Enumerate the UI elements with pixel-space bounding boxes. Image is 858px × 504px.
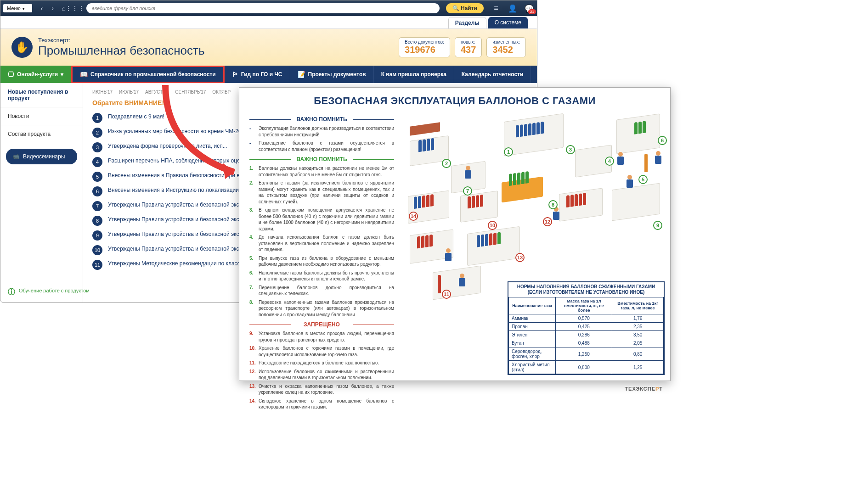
sidebar-seminar-button[interactable]: 📹Видеосеминары <box>6 149 77 164</box>
marker-1: 1 <box>504 147 513 157</box>
menu-label: Гид по ГО и ЧС <box>241 71 282 78</box>
menu-online[interactable]: 🖵Онлайн-услуги ▾ <box>0 66 71 83</box>
news-text: Поздравляем с 9 мая! <box>108 113 164 121</box>
menu-button[interactable]: Меню <box>3 4 32 12</box>
worker-graphic <box>458 274 466 287</box>
news-number: 7 <box>92 201 102 211</box>
news-text: Расширен перечень НПА, соблюдение которы… <box>108 157 243 165</box>
stats: Всего документов:319676 новых:437 измене… <box>399 37 526 57</box>
news-number: 8 <box>92 216 102 226</box>
sidebar-new[interactable]: Новые поступления в продукт <box>0 83 83 107</box>
rules-forbidden: 9.Установка баллонов в местах прохода лю… <box>249 330 394 410</box>
tab-sections[interactable]: Разделы <box>448 17 486 28</box>
menu-calendar[interactable]: Календарь отчетности <box>454 66 531 83</box>
table-title: НОРМЫ НАПОЛНЕНИЯ БАЛЛОНОВ СЖИЖЕННЫМИ ГАЗ… <box>508 282 664 297</box>
sidebar-news[interactable]: Новости <box>0 107 83 125</box>
hamburger-icon[interactable]: ≡ <box>491 3 501 13</box>
marker-10: 10 <box>488 221 497 230</box>
news-number: 3 <box>92 142 102 152</box>
news-number: 1 <box>92 113 102 123</box>
news-number: 2 <box>92 128 102 138</box>
marker-3: 3 <box>566 145 575 154</box>
month[interactable]: ИЮЛЬ'17 <box>119 90 139 95</box>
menu-label: Календарь отчетности <box>462 71 523 78</box>
table-row: Пропан0,4252,35 <box>509 323 664 331</box>
chat-icon[interactable]: 💬21 <box>524 3 534 13</box>
sidebar-help[interactable]: ⓘОбучение работе с продуктом <box>8 287 90 297</box>
rules-remember2: 1.Баллоны должны находиться на расстояни… <box>249 165 394 318</box>
stat-label: измененных: <box>492 39 520 45</box>
news-text: Утверждена форма проверочного листа, исп… <box>108 142 227 150</box>
find-button[interactable]: 🔍 Найти <box>446 3 484 13</box>
norms-table: НОРМЫ НАПОЛНЕНИЯ БАЛЛОНОВ СЖИЖЕННЫМИ ГАЗ… <box>508 281 665 375</box>
table-row: Сероводород, фосген, хлор1,2500,80 <box>509 347 664 361</box>
techexpert-logo: ТЕХЭКСПЕРТ <box>625 386 663 392</box>
stat-label: Всего документов: <box>405 39 444 45</box>
menu-handbook[interactable]: 📖Справочник по промышленной безопасности <box>71 66 225 83</box>
doc-icon: 📝 <box>298 71 305 78</box>
sidebar-content[interactable]: Состав продукта <box>0 125 83 143</box>
section-remember1: ВАЖНО ПОМНИТЬ <box>249 116 394 123</box>
stat-new: новых:437 <box>455 37 482 57</box>
help-label: Обучение работе с продуктом <box>19 287 90 294</box>
news-text: Внесены изменения в Инструкцию по локали… <box>108 186 243 194</box>
menu-projects[interactable]: 📝Проекты документов <box>290 66 374 83</box>
overlay-right: 1 2 3 4 5 6 7 8 9 10 11 12 13 14 НОРМЫ Н… <box>402 88 670 381</box>
cylinders <box>417 234 433 250</box>
search-input[interactable] <box>86 3 440 13</box>
table-row: Бутан0,4882,05 <box>509 339 664 347</box>
rules-remember1: -Эксплуатация баллонов должна производит… <box>249 125 394 152</box>
monitor-icon: 🖵 <box>8 71 14 78</box>
stat-value: 3452 <box>492 45 520 55</box>
chat-badge: 21 <box>528 9 536 14</box>
find-label: Найти <box>461 5 477 11</box>
stat-value: 437 <box>461 45 476 55</box>
cylinders <box>508 171 529 188</box>
stat-label: новых: <box>461 39 476 45</box>
stat-total: Всего документов:319676 <box>399 37 450 57</box>
marker-4: 4 <box>605 157 614 166</box>
logo: ✋ Техэксперт: Промышленная безопасность <box>11 37 205 58</box>
table-header: Масса газа на 1л вместимости, кг, не бол… <box>556 297 612 314</box>
cylinders <box>566 193 587 209</box>
camera-icon: 📹 <box>12 153 19 160</box>
cylinders <box>437 275 441 295</box>
month[interactable]: АВГУСТ'17 <box>145 90 169 95</box>
menu-guide[interactable]: 🏳Гид по ГО и ЧС <box>225 66 290 83</box>
menu-label: Справочник по промышленной безопасности <box>90 71 216 78</box>
worker-graphic <box>464 166 472 179</box>
tab-about[interactable]: О системе <box>488 17 528 28</box>
marker-11: 11 <box>442 290 451 299</box>
diagram: 1 2 3 4 5 6 7 8 9 10 11 12 13 14 <box>405 115 665 290</box>
back-icon[interactable]: ‹ <box>37 3 47 13</box>
marker-2: 2 <box>442 159 451 168</box>
worker-graphic <box>626 175 634 189</box>
search-wrap <box>86 3 440 13</box>
month[interactable]: ОКТЯБР <box>212 90 231 95</box>
menu-audit[interactable]: К вам пришла проверка <box>374 66 454 83</box>
forward-icon[interactable]: › <box>48 3 58 13</box>
diagram-cell <box>612 183 660 221</box>
stat-value: 319676 <box>405 45 444 55</box>
section-remember2: ВАЖНО ПОМНИТЬ <box>249 156 394 162</box>
news-text: Внесены изменения в Правила безопасности… <box>108 172 245 179</box>
table-row: Аммиак0,5701,76 <box>509 314 664 323</box>
apps-icon[interactable]: ⋮⋮⋮ <box>70 3 80 13</box>
worker-graphic <box>654 151 662 165</box>
news-number: 9 <box>92 230 102 241</box>
table-row: Этилен0,2863,50 <box>509 331 664 339</box>
brand-sub: Техэксперт: <box>38 37 205 44</box>
cylinders <box>634 121 646 136</box>
flag-icon: 🏳 <box>232 71 238 78</box>
menu-label: К вам пришла проверка <box>381 71 446 78</box>
month[interactable]: СЕНТЯБРЬ'17 <box>175 90 206 95</box>
cylinders <box>467 194 484 210</box>
topbar: Меню ‹ › ⌂ ⋮⋮⋮ 🔍 Найти ≡ 👤 💬21 <box>0 0 537 16</box>
table-header-row: Наименование газа Масса газа на 1л вмест… <box>509 297 664 314</box>
user-icon[interactable]: 👤 <box>508 3 518 13</box>
overlay-left: ВАЖНО ПОМНИТЬ -Эксплуатация баллонов дол… <box>239 88 402 381</box>
tabs-row: Разделы О системе <box>0 16 537 29</box>
month[interactable]: ИЮНЬ'17 <box>92 90 113 95</box>
overlay-window: БЕЗОПАСНАЯ ЭКСПЛУАТАЦИЯ БАЛЛОНОВ С ГАЗАМ… <box>239 87 671 381</box>
book-icon: 📖 <box>80 71 88 78</box>
